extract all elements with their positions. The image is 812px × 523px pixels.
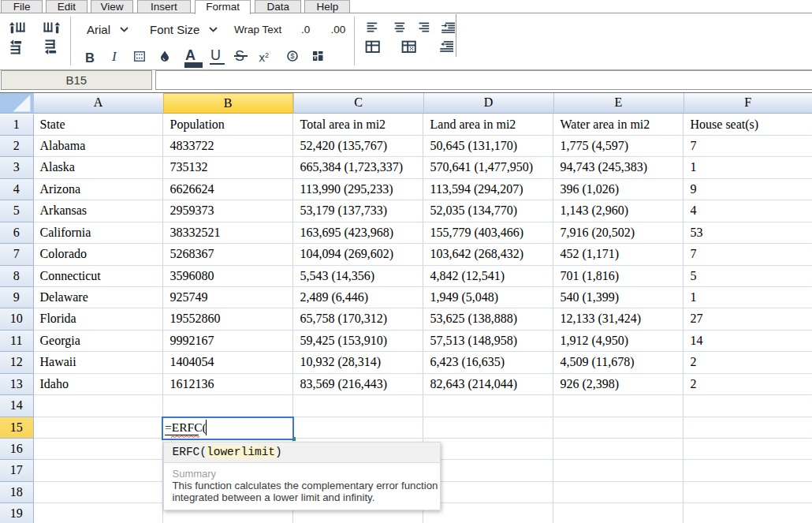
svg-text:$: $	[290, 51, 295, 60]
